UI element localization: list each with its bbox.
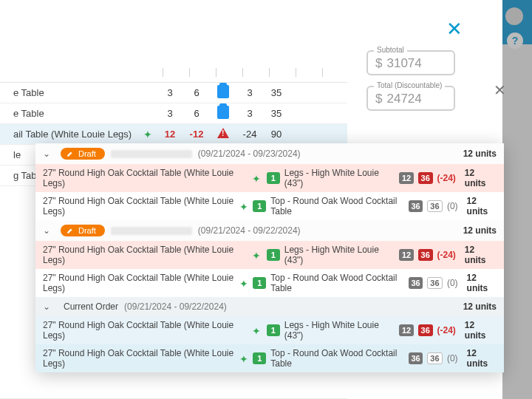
line-item[interactable]: 27" Round High Oak Cocktail Table (White… [35, 241, 504, 269]
shortage: (-24) [437, 173, 456, 183]
line-item[interactable]: 27" Round High Oak Cocktail Table (White… [35, 344, 504, 372]
draft-badge[interactable]: Draft [61, 225, 105, 236]
clipboard-icon [210, 85, 236, 100]
product-name: e Table [0, 108, 139, 119]
chevron-down-icon[interactable]: ⌄ [43, 225, 55, 236]
product-name: e Table [0, 87, 139, 98]
chevron-down-icon[interactable]: ⌄ [43, 301, 55, 312]
chevron-down-icon[interactable]: ⌄ [43, 149, 55, 159]
kit-icon [252, 250, 262, 260]
draft-badge[interactable]: Draft [61, 148, 105, 160]
table-row[interactable]: ail Table (White Louie Legs)✦12-12-2490 [0, 124, 347, 145]
order-header[interactable]: ⌄ Draft (09/21/2024 - 09/23/2024) 12 uni… [35, 143, 504, 164]
kit-icon [239, 353, 248, 364]
redacted-name [111, 150, 192, 158]
line-item[interactable]: 27" Round High Oak Cocktail Table (White… [35, 192, 504, 220]
table-row[interactable] [0, 378, 347, 399]
redacted-name [111, 227, 192, 235]
total-discountable-field: Total (Discountable) $24724 [366, 86, 455, 111]
kit-icon [239, 201, 248, 211]
qty-badge: 1 [267, 172, 280, 184]
line-item[interactable]: 27" Round High Oak Cocktail Table (White… [35, 316, 504, 344]
subtotal-field: Subtotal $31074 [366, 50, 455, 75]
date-range: (09/21/2024 - 09/23/2024) [198, 149, 301, 159]
kit-icon [252, 325, 262, 335]
product-name: ail Table (White Louie Legs) [0, 129, 139, 140]
clipboard-icon [210, 106, 236, 121]
panel-close-icon[interactable]: ✕ [494, 81, 506, 99]
line-item[interactable]: 27" Round High Oak Cocktail Table (White… [35, 269, 504, 297]
kit-icon [252, 173, 262, 183]
availability-popover: ⌄ Draft (09/21/2024 - 09/23/2024) 12 uni… [35, 143, 504, 372]
warning-icon [210, 128, 236, 140]
close-icon[interactable]: ✕ [446, 18, 463, 41]
total-label: Total (Discountable) [374, 81, 445, 89]
line-item[interactable]: 27" Round High Oak Cocktail Table (White… [35, 164, 504, 192]
subtotal-label: Subtotal [374, 46, 407, 54]
order-units: 12 units [463, 149, 497, 159]
current-order-header[interactable]: ⌄ Current Order (09/21/2024 - 09/22/2024… [35, 297, 504, 316]
kit-icon: ✦ [139, 129, 157, 140]
order-header[interactable]: ⌄ Draft (09/21/2024 - 09/22/2024) 12 uni… [35, 220, 504, 241]
kit-icon [239, 278, 248, 288]
table-row[interactable]: e Table36335 [0, 83, 347, 103]
grid-header [0, 66, 347, 83]
table-row[interactable]: e Table36335 [0, 103, 347, 124]
